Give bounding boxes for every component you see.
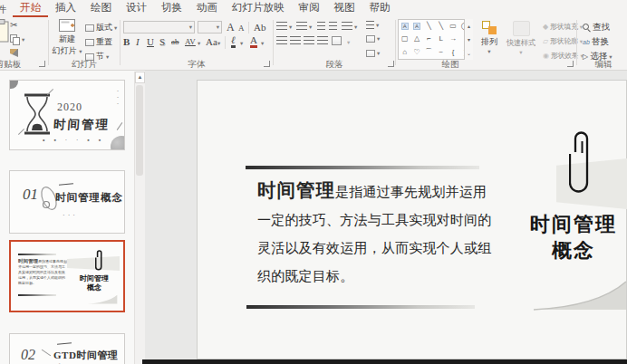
tab-slideshow[interactable]: 幻灯片放映 <box>225 0 292 17</box>
font-dialog-launcher[interactable] <box>264 61 270 67</box>
elbow-shape[interactable]: ⌐ <box>427 35 431 43</box>
rounded-rect-shape[interactable]: ▢ <box>401 35 409 43</box>
strikethrough-button[interactable]: ab <box>171 37 179 46</box>
thumb3-title: 时间管理 概念 <box>71 274 118 292</box>
slide-thumbnail-2[interactable]: 01 时间管理概念 ··· <box>9 170 125 234</box>
highlight-color-button[interactable]: ℓ <box>231 34 236 48</box>
character-spacing-button[interactable]: AV <box>185 37 196 46</box>
tab-transitions[interactable]: 切换 <box>154 0 189 17</box>
tab-home[interactable]: 开始 <box>13 0 48 17</box>
bottom-gradient-line <box>246 305 475 309</box>
dots-decor: --- <box>117 88 119 107</box>
layout-button[interactable]: 版式▾ <box>85 22 117 34</box>
new-slide-icon <box>59 19 75 32</box>
shape-fill-icon: ◆ <box>543 23 548 31</box>
heart-shape[interactable]: ♡ <box>413 49 420 56</box>
justify-icon[interactable] <box>317 36 328 44</box>
tab-animations[interactable]: 动画 <box>189 0 225 17</box>
layout-icon <box>85 24 94 32</box>
thumb2-number: 01 <box>23 186 38 204</box>
decrease-indent-icon[interactable] <box>317 22 325 30</box>
align-center-icon[interactable] <box>290 36 301 44</box>
new-slide-button[interactable]: 新建 幻灯片 ▾ <box>52 19 82 57</box>
convert-smartart-button[interactable]: ▾ <box>366 50 380 57</box>
quick-styles-button[interactable]: 快速样式 ▾ <box>501 21 541 56</box>
shapes-gallery-scroll[interactable]: ▴▾⌄ <box>464 19 473 60</box>
slides-group-label: 幻灯片 <box>50 59 119 71</box>
quick-styles-icon <box>513 21 530 36</box>
tab-view[interactable]: 视图 <box>327 0 362 17</box>
tab-insert[interactable]: 插入 <box>48 0 83 17</box>
block-arrow-right-shape[interactable]: → <box>449 35 457 43</box>
bold-button[interactable]: B <box>123 36 130 47</box>
find-button[interactable]: 查找 <box>583 22 610 34</box>
clear-formatting-button[interactable]: Ab <box>254 22 265 33</box>
reset-button[interactable]: 重置 <box>85 36 112 48</box>
paste-icon[interactable] <box>0 19 9 43</box>
clipboard-group-label: 剪贴板 <box>0 59 26 71</box>
page-curl-decor <box>534 280 627 312</box>
dots-decor: • ▪ · · ▪ ▪ <box>43 137 104 143</box>
font-color-button[interactable]: A <box>250 34 257 48</box>
tab-design[interactable]: 设计 <box>119 0 154 17</box>
rectangle-shape[interactable]: ▭ <box>449 23 457 30</box>
elbow2-shape[interactable]: L <box>439 35 442 43</box>
slide-thumbnail-1[interactable]: 2020 时间管理 --- • ▪ · · ▪ ▪ <box>9 80 125 150</box>
slide-thumbnail-3-selected[interactable]: 时间管理是指通过事先规划并运用一定的技巧、方法与工具实现对时间的灵活以及有效运用… <box>9 240 125 312</box>
slide-body-text[interactable]: 时间管理是指通过事先规划并运用一定的技巧、方法与工具实现对时间的灵活以及有效运用… <box>257 177 492 291</box>
drawing-group-label: 绘图 <box>396 59 505 71</box>
italic-button[interactable]: I <box>136 36 140 47</box>
triangle-shape[interactable]: △ <box>414 35 420 43</box>
slide-thumbnail-4[interactable]: 02 GTD时间管理法 <box>9 333 125 364</box>
corner-circle-decor <box>9 80 18 89</box>
font-size-combobox[interactable]: ▾ <box>198 21 222 34</box>
freeform-shape[interactable]: ⌂ <box>402 49 407 56</box>
thumbnail-scrollbar[interactable]: ▲ <box>134 72 145 364</box>
underline-button[interactable]: U <box>147 36 154 47</box>
curve-shape[interactable]: ~ <box>439 49 443 56</box>
textbox-v-shape[interactable]: A <box>413 23 420 30</box>
font-name-combobox[interactable]: ▾ <box>123 21 195 34</box>
text-direction-button[interactable]: ▾ <box>366 21 379 29</box>
columns-icon[interactable] <box>332 36 342 45</box>
align-left-icon[interactable] <box>276 36 287 44</box>
paragraph-dialog-launcher[interactable] <box>388 61 394 67</box>
tab-file[interactable]: 文件 <box>0 3 8 16</box>
arrange-button[interactable]: 排列 ▾ <box>477 21 501 55</box>
cut-icon[interactable]: ✂ <box>10 20 17 30</box>
scrollbar-thumb[interactable] <box>136 85 143 176</box>
change-case-button[interactable]: Aa <box>206 36 217 47</box>
shape-outline-icon: ▱ <box>543 37 548 45</box>
bullets-icon[interactable] <box>276 22 287 30</box>
numbering-icon[interactable] <box>296 22 307 30</box>
arc-shape[interactable]: ⌒ <box>425 49 432 56</box>
editing-group-label: 编辑 <box>580 59 627 71</box>
arrow-line-shape[interactable]: ╲ <box>439 23 443 30</box>
drawing-dialog-launcher[interactable] <box>567 61 574 67</box>
scroll-up-arrow[interactable]: ▲ <box>135 72 145 83</box>
slide-title[interactable]: 时间管理 概念 <box>519 211 627 263</box>
text-shadow-button[interactable]: S <box>159 36 165 47</box>
textbox-h-shape[interactable]: A <box>401 23 409 30</box>
arrange-icon <box>482 21 497 34</box>
thumb2-title: 时间管理概念 <box>55 191 123 205</box>
align-text-button[interactable]: ▾ <box>366 35 380 43</box>
format-painter-icon[interactable] <box>10 49 18 57</box>
align-right-icon[interactable] <box>304 36 314 44</box>
top-gradient-line <box>246 166 479 169</box>
tab-help[interactable]: 帮助 <box>362 0 398 17</box>
paperclip-icon <box>569 127 593 201</box>
line-shape[interactable]: ╲ <box>427 23 431 30</box>
columns-caret[interactable]: ▾ <box>347 39 350 46</box>
clipboard-dialog-launcher[interactable] <box>39 61 45 67</box>
tab-draw[interactable]: 绘图 <box>83 0 119 17</box>
shrink-font-button[interactable]: A <box>238 24 245 33</box>
grow-font-button[interactable]: A <box>227 21 235 34</box>
left-brace-shape[interactable]: { <box>452 49 455 56</box>
line-spacing-icon[interactable] <box>342 22 352 30</box>
increase-indent-icon[interactable] <box>329 22 337 30</box>
bottom-dark-bar <box>142 359 627 364</box>
current-slide[interactable]: 时间管理是指通过事先规划并运用一定的技巧、方法与工具实现对时间的灵活以及有效运用… <box>197 80 627 359</box>
replace-button[interactable]: ab替换 <box>583 36 609 48</box>
tab-review[interactable]: 审阅 <box>292 0 327 17</box>
